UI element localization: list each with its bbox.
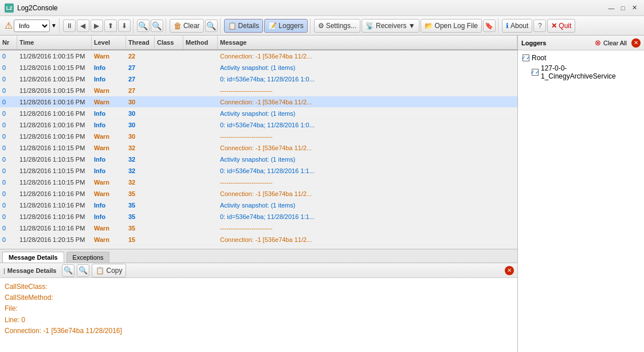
pause-button[interactable]: ⏸ — [63, 19, 76, 32]
clear-all-button[interactable]: Clear All — [603, 40, 627, 46]
tab-message-details[interactable]: Message Details — [2, 252, 64, 263]
table-row[interactable]: 0 11/28/2016 1:10:16 PM Info 35 Activity… — [0, 200, 517, 211]
about-button[interactable]: ℹ About — [502, 19, 532, 33]
table-row[interactable]: 0 11/28/2016 1:10:16 PM Warn 35 --------… — [0, 222, 517, 234]
root-checkbox[interactable]: ✓ — [523, 54, 529, 61]
table-row[interactable]: 0 11/28/2016 1:10:15 PM Warn 32 --------… — [0, 177, 517, 188]
cell-level: Info — [92, 202, 126, 209]
clear-button[interactable]: 🗑 Clear — [170, 19, 204, 33]
cell-time: 11/28/2016 1:10:15 PM — [17, 167, 92, 174]
loggers-button[interactable]: 📝 Loggers — [264, 19, 307, 33]
cell-message: Activity snapshot: (1 items) — [218, 202, 517, 209]
cell-message: 0: id=536e74ba; 11/28/2016 1:1... — [218, 167, 517, 174]
receivers-button[interactable]: 📡 Receivers ▼ — [362, 19, 419, 33]
cell-message: ------------------------- — [218, 87, 517, 94]
cell-thread: 30 — [126, 110, 155, 117]
log-table-container: Nr Time Level Thread Class Method Messag… — [0, 36, 517, 249]
table-row[interactable]: 0 11/28/2016 1:00:16 PM Info 30 0: id=53… — [0, 119, 517, 131]
close-button[interactable]: ✕ — [629, 3, 639, 13]
logger-item-service[interactable]: ✓ 127-0-0-1_CinegyArchiveService — [529, 63, 642, 81]
level-select[interactable]: Info Trace Debug Warn Error Fatal — [14, 19, 50, 32]
bookmark-button[interactable]: 🔖 — [483, 19, 496, 32]
log-rows[interactable]: 0 11/28/2016 1:00:15 PM Warn 22 Connecti… — [0, 50, 517, 249]
clear-all-icon[interactable]: ⊗ — [595, 38, 601, 47]
quit-button[interactable]: ✕ Quit — [547, 19, 575, 33]
next-button[interactable]: ▶ — [91, 19, 103, 32]
open-log-button[interactable]: 📂 Open Log File — [421, 19, 482, 33]
cell-level: Warn — [92, 190, 126, 197]
copy-icon: 📋 — [96, 267, 104, 275]
detail-zoom-out-button[interactable]: 🔍 — [77, 264, 89, 277]
detail-line: Connection: -1 [536e74ba 11/28/2016] — [5, 326, 513, 337]
minimize-button[interactable]: — — [606, 3, 616, 13]
down-button[interactable]: ⬇ — [118, 19, 131, 32]
window-controls: — □ ✕ — [606, 3, 639, 13]
cell-thread: 27 — [126, 76, 155, 83]
cell-thread: 30 — [126, 99, 155, 105]
copy-button[interactable]: 📋 Copy — [92, 264, 126, 277]
bottom-toolbar: | Message Details 🔍 🔍 📋 Copy ✕ — [0, 263, 517, 278]
table-row[interactable]: 0 11/28/2016 1:10:15 PM Warn 32 Connecti… — [0, 142, 517, 154]
table-row[interactable]: 0 11/28/2016 1:10:16 PM Info 35 0: id=53… — [0, 211, 517, 222]
col-header-message[interactable]: Message — [218, 36, 517, 49]
table-row[interactable]: 0 11/28/2016 1:00:15 PM Warn 27 --------… — [0, 85, 517, 96]
about-icon: ℹ — [506, 22, 509, 30]
detail-zoom-in-button[interactable]: 🔍 — [62, 264, 74, 277]
logger-item-root[interactable]: ✓ Root — [520, 53, 642, 63]
bottom-panel: Message Details Exceptions | Message Det… — [0, 249, 517, 352]
table-row[interactable]: 0 11/28/2016 1:00:15 PM Info 27 0: id=53… — [0, 73, 517, 85]
maximize-button[interactable]: □ — [618, 3, 628, 13]
table-row[interactable]: 0 11/28/2016 1:10:15 PM Info 32 Activity… — [0, 154, 517, 165]
cell-time: 11/28/2016 1:20:15 PM — [17, 236, 92, 243]
col-header-method[interactable]: Method — [183, 36, 218, 49]
service-label: 127-0-0-1_CinegyArchiveService — [541, 64, 639, 80]
loggers-close-button[interactable]: ✕ — [631, 38, 641, 48]
cell-nr: 0 — [0, 76, 17, 83]
table-row[interactable]: 0 11/28/2016 1:00:15 PM Warn 22 Connecti… — [0, 50, 517, 62]
tab-exceptions[interactable]: Exceptions — [66, 252, 110, 263]
col-header-nr[interactable]: Nr — [0, 36, 17, 49]
cell-level: Info — [92, 156, 126, 163]
table-row[interactable]: 0 11/28/2016 1:10:16 PM Warn 35 Connecti… — [0, 188, 517, 200]
table-row[interactable]: 0 11/28/2016 1:00:16 PM Warn 30 --------… — [0, 131, 517, 142]
detail-line: CallSiteMethod: — [5, 292, 513, 303]
help-button[interactable]: ? — [533, 19, 546, 32]
cell-message: Activity snapshot: (1 items) — [218, 64, 517, 71]
cell-level: Warn — [92, 133, 126, 140]
col-header-time[interactable]: Time — [17, 36, 92, 49]
zoom-out-button[interactable]: 🔍 — [151, 19, 163, 32]
cell-time: 11/28/2016 1:00:16 PM — [17, 110, 92, 117]
table-row[interactable]: 0 11/28/2016 1:20:15 PM Warn 15 Connecti… — [0, 234, 517, 245]
root-label: Root — [532, 54, 546, 62]
filter-button[interactable]: 🔍 — [205, 19, 218, 32]
zoom-in-button[interactable]: 🔍 — [137, 19, 150, 32]
table-row[interactable]: 0 11/28/2016 1:10:15 PM Info 32 0: id=53… — [0, 165, 517, 177]
cell-nr: 0 — [0, 156, 17, 163]
col-header-thread[interactable]: Thread — [126, 36, 155, 49]
bottom-content: | Message Details 🔍 🔍 📋 Copy ✕ CallSiteC… — [0, 263, 517, 352]
table-row[interactable]: 0 11/28/2016 1:00:15 PM Info 27 Activity… — [0, 62, 517, 73]
cell-level: Info — [92, 122, 126, 128]
settings-button[interactable]: ⚙ Settings... — [314, 19, 360, 33]
cell-time: 11/28/2016 1:10:16 PM — [17, 213, 92, 220]
quit-label: Quit — [559, 22, 571, 30]
col-header-level[interactable]: Level — [92, 36, 126, 49]
table-row[interactable]: 0 11/28/2016 1:00:16 PM Info 30 Activity… — [0, 108, 517, 119]
cell-time: 11/28/2016 1:10:15 PM — [17, 179, 92, 186]
clear-label: Clear — [183, 22, 200, 30]
col-header-class[interactable]: Class — [155, 36, 183, 49]
cell-message: Connection: -1 [536e74ba 11/2... — [218, 53, 517, 60]
cell-thread: 27 — [126, 64, 155, 71]
up-button[interactable]: ⬆ — [104, 19, 117, 32]
cell-thread: 32 — [126, 156, 155, 163]
cell-nr: 0 — [0, 64, 17, 71]
service-checkbox[interactable]: ✓ — [532, 69, 539, 76]
cell-thread: 32 — [126, 144, 155, 151]
bottom-close-button[interactable]: ✕ — [505, 266, 514, 275]
prev-button[interactable]: ◀ — [77, 19, 89, 32]
table-row[interactable]: 0 11/28/2016 1:00:16 PM Warn 30 Connecti… — [0, 96, 517, 108]
cell-nr: 0 — [0, 87, 17, 94]
details-button[interactable]: 📋 Details — [224, 19, 264, 33]
cell-thread: 32 — [126, 179, 155, 186]
cell-nr: 0 — [0, 236, 17, 243]
